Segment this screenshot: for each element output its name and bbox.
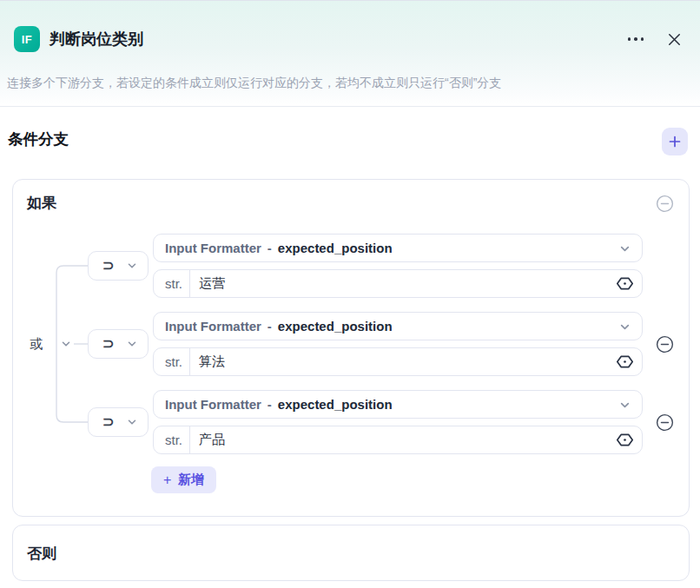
condition-right-operand-1: str. xyxy=(153,269,643,298)
switch-to-reference-button[interactable] xyxy=(616,431,634,449)
panel-description: 连接多个下游分支，若设定的条件成立则仅运行对应的分支，若均不成立则只运行“否则”… xyxy=(7,74,693,91)
condition-left-operand-select-3[interactable]: Input Formatter - expected_position xyxy=(153,390,643,419)
condition-left-operand-select-1[interactable]: Input Formatter - expected_position xyxy=(153,234,643,262)
else-branch-card: 否则 xyxy=(12,525,690,581)
source-node-name: Input Formatter xyxy=(165,319,261,334)
more-dots-icon xyxy=(628,30,644,48)
chevron-down-icon xyxy=(619,243,631,254)
else-branch-label: 否则 xyxy=(27,544,56,564)
panel-title: 判断岗位类别 xyxy=(50,29,143,50)
logic-operator-select[interactable]: 或 xyxy=(30,334,71,354)
chevron-down-icon xyxy=(61,339,71,349)
remove-branch-button[interactable] xyxy=(656,195,674,213)
chevron-down-icon xyxy=(127,261,137,271)
value-type-tag: str. xyxy=(154,348,190,375)
minus-circle-icon xyxy=(656,413,674,432)
logic-operator-value: 或 xyxy=(30,336,43,353)
source-field-name: expected_position xyxy=(278,397,393,412)
minus-circle-icon xyxy=(656,195,674,213)
hexagon-dot-icon xyxy=(616,353,634,371)
condition-operator-select-1[interactable]: ⊃ xyxy=(88,251,149,281)
section-title: 条件分支 xyxy=(8,129,69,149)
header-actions xyxy=(628,30,683,48)
condition-value-input-2[interactable] xyxy=(190,348,616,375)
contains-operator-symbol: ⊃ xyxy=(102,259,114,273)
source-node-name: Input Formatter xyxy=(165,241,261,255)
hexagon-dot-icon xyxy=(616,274,634,293)
if-branch-label: 如果 xyxy=(27,193,56,213)
plus-icon: + xyxy=(163,473,171,487)
separator: - xyxy=(267,319,272,334)
switch-to-reference-button[interactable] xyxy=(616,274,634,293)
condition-right-operand-3: str. xyxy=(153,426,643,454)
add-branch-button[interactable] xyxy=(662,128,688,155)
remove-condition-button-2[interactable] xyxy=(656,335,674,353)
condition-value-input-3[interactable] xyxy=(190,426,616,453)
close-button[interactable] xyxy=(666,31,683,48)
separator: - xyxy=(267,241,272,255)
remove-condition-button-3[interactable] xyxy=(656,413,674,432)
contains-operator-symbol: ⊃ xyxy=(102,415,114,429)
chevron-down-icon xyxy=(619,321,631,333)
minus-circle-icon xyxy=(656,335,674,353)
condition-operator-select-2[interactable]: ⊃ xyxy=(88,329,149,359)
separator: - xyxy=(267,397,272,412)
add-condition-button[interactable]: + 新增 xyxy=(151,466,216,493)
source-node-name: Input Formatter xyxy=(165,397,261,412)
value-type-tag: str. xyxy=(154,270,190,297)
add-condition-label: 新增 xyxy=(178,472,204,488)
condition-value-input-1[interactable] xyxy=(190,270,616,297)
chevron-down-icon xyxy=(619,400,631,411)
chevron-down-icon xyxy=(127,417,137,427)
source-field-name: expected_position xyxy=(278,319,393,334)
condition-operator-select-3[interactable]: ⊃ xyxy=(88,407,149,437)
switch-to-reference-button[interactable] xyxy=(616,353,634,371)
condition-left-operand-select-2[interactable]: Input Formatter - expected_position xyxy=(153,312,643,340)
hexagon-dot-icon xyxy=(616,431,634,449)
more-menu-button[interactable] xyxy=(628,30,644,48)
if-branch-card: 如果 或 ⊃ Input Formatter - expected_positi… xyxy=(12,179,690,517)
if-node-config-panel: IF 判断岗位类别 连接多个下游分支，若设定的条件成立则仅运行对应的分支，若均不… xyxy=(0,0,700,588)
plus-icon xyxy=(668,135,682,149)
source-field-name: expected_position xyxy=(278,241,393,255)
value-type-tag: str. xyxy=(154,426,190,453)
if-node-icon-label: IF xyxy=(22,33,33,46)
close-icon xyxy=(666,31,683,48)
condition-right-operand-2: str. xyxy=(153,347,643,376)
contains-operator-symbol: ⊃ xyxy=(102,337,114,351)
if-node-icon: IF xyxy=(14,26,40,52)
chevron-down-icon xyxy=(127,339,137,349)
